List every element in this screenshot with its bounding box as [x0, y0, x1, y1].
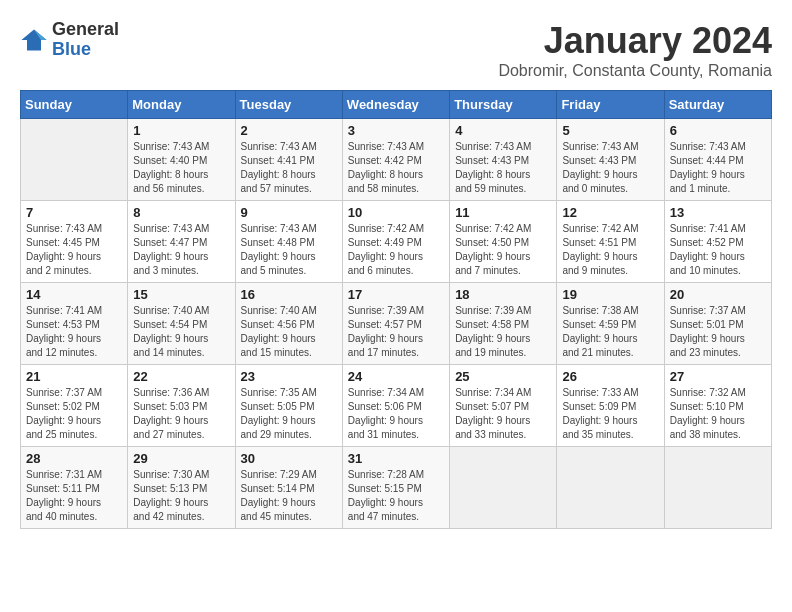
- day-number: 16: [241, 287, 337, 302]
- day-number: 18: [455, 287, 551, 302]
- th-monday: Monday: [128, 91, 235, 119]
- logo-blue-text: Blue: [52, 40, 119, 60]
- calendar-cell: [557, 447, 664, 529]
- day-number: 14: [26, 287, 122, 302]
- calendar-cell: 28Sunrise: 7:31 AMSunset: 5:11 PMDayligh…: [21, 447, 128, 529]
- day-number: 22: [133, 369, 229, 384]
- calendar-cell: 23Sunrise: 7:35 AMSunset: 5:05 PMDayligh…: [235, 365, 342, 447]
- day-info: Sunrise: 7:42 AMSunset: 4:51 PMDaylight:…: [562, 222, 658, 278]
- day-number: 31: [348, 451, 444, 466]
- logo-text: General Blue: [52, 20, 119, 60]
- header-row: Sunday Monday Tuesday Wednesday Thursday…: [21, 91, 772, 119]
- day-info: Sunrise: 7:36 AMSunset: 5:03 PMDaylight:…: [133, 386, 229, 442]
- day-number: 5: [562, 123, 658, 138]
- calendar-header: Sunday Monday Tuesday Wednesday Thursday…: [21, 91, 772, 119]
- day-number: 23: [241, 369, 337, 384]
- calendar-cell: 14Sunrise: 7:41 AMSunset: 4:53 PMDayligh…: [21, 283, 128, 365]
- day-number: 29: [133, 451, 229, 466]
- th-saturday: Saturday: [664, 91, 771, 119]
- calendar-cell: 4Sunrise: 7:43 AMSunset: 4:43 PMDaylight…: [450, 119, 557, 201]
- day-info: Sunrise: 7:43 AMSunset: 4:44 PMDaylight:…: [670, 140, 766, 196]
- calendar-cell: 7Sunrise: 7:43 AMSunset: 4:45 PMDaylight…: [21, 201, 128, 283]
- day-info: Sunrise: 7:43 AMSunset: 4:43 PMDaylight:…: [455, 140, 551, 196]
- th-thursday: Thursday: [450, 91, 557, 119]
- th-friday: Friday: [557, 91, 664, 119]
- day-info: Sunrise: 7:42 AMSunset: 4:49 PMDaylight:…: [348, 222, 444, 278]
- day-info: Sunrise: 7:31 AMSunset: 5:11 PMDaylight:…: [26, 468, 122, 524]
- calendar-cell: 18Sunrise: 7:39 AMSunset: 4:58 PMDayligh…: [450, 283, 557, 365]
- th-sunday: Sunday: [21, 91, 128, 119]
- day-info: Sunrise: 7:32 AMSunset: 5:10 PMDaylight:…: [670, 386, 766, 442]
- calendar-table: Sunday Monday Tuesday Wednesday Thursday…: [20, 90, 772, 529]
- day-info: Sunrise: 7:35 AMSunset: 5:05 PMDaylight:…: [241, 386, 337, 442]
- day-info: Sunrise: 7:33 AMSunset: 5:09 PMDaylight:…: [562, 386, 658, 442]
- calendar-cell: 22Sunrise: 7:36 AMSunset: 5:03 PMDayligh…: [128, 365, 235, 447]
- location-subtitle: Dobromir, Constanta County, Romania: [498, 62, 772, 80]
- calendar-cell: 3Sunrise: 7:43 AMSunset: 4:42 PMDaylight…: [342, 119, 449, 201]
- calendar-cell: [450, 447, 557, 529]
- day-info: Sunrise: 7:43 AMSunset: 4:40 PMDaylight:…: [133, 140, 229, 196]
- day-info: Sunrise: 7:41 AMSunset: 4:52 PMDaylight:…: [670, 222, 766, 278]
- day-info: Sunrise: 7:28 AMSunset: 5:15 PMDaylight:…: [348, 468, 444, 524]
- day-number: 27: [670, 369, 766, 384]
- calendar-cell: 8Sunrise: 7:43 AMSunset: 4:47 PMDaylight…: [128, 201, 235, 283]
- day-info: Sunrise: 7:37 AMSunset: 5:02 PMDaylight:…: [26, 386, 122, 442]
- day-info: Sunrise: 7:37 AMSunset: 5:01 PMDaylight:…: [670, 304, 766, 360]
- calendar-cell: 20Sunrise: 7:37 AMSunset: 5:01 PMDayligh…: [664, 283, 771, 365]
- calendar-cell: 5Sunrise: 7:43 AMSunset: 4:43 PMDaylight…: [557, 119, 664, 201]
- title-block: January 2024 Dobromir, Constanta County,…: [498, 20, 772, 80]
- day-info: Sunrise: 7:43 AMSunset: 4:41 PMDaylight:…: [241, 140, 337, 196]
- day-number: 15: [133, 287, 229, 302]
- calendar-cell: 2Sunrise: 7:43 AMSunset: 4:41 PMDaylight…: [235, 119, 342, 201]
- calendar-cell: 21Sunrise: 7:37 AMSunset: 5:02 PMDayligh…: [21, 365, 128, 447]
- day-number: 3: [348, 123, 444, 138]
- calendar-cell: 19Sunrise: 7:38 AMSunset: 4:59 PMDayligh…: [557, 283, 664, 365]
- day-number: 26: [562, 369, 658, 384]
- day-number: 24: [348, 369, 444, 384]
- week-row-2: 7Sunrise: 7:43 AMSunset: 4:45 PMDaylight…: [21, 201, 772, 283]
- logo: General Blue: [20, 20, 119, 60]
- day-number: 20: [670, 287, 766, 302]
- calendar-cell: 31Sunrise: 7:28 AMSunset: 5:15 PMDayligh…: [342, 447, 449, 529]
- calendar-cell: 1Sunrise: 7:43 AMSunset: 4:40 PMDaylight…: [128, 119, 235, 201]
- day-number: 21: [26, 369, 122, 384]
- day-info: Sunrise: 7:30 AMSunset: 5:13 PMDaylight:…: [133, 468, 229, 524]
- month-title: January 2024: [498, 20, 772, 62]
- calendar-cell: 24Sunrise: 7:34 AMSunset: 5:06 PMDayligh…: [342, 365, 449, 447]
- logo-general-text: General: [52, 20, 119, 40]
- day-info: Sunrise: 7:41 AMSunset: 4:53 PMDaylight:…: [26, 304, 122, 360]
- day-number: 6: [670, 123, 766, 138]
- calendar-cell: 27Sunrise: 7:32 AMSunset: 5:10 PMDayligh…: [664, 365, 771, 447]
- calendar-cell: 16Sunrise: 7:40 AMSunset: 4:56 PMDayligh…: [235, 283, 342, 365]
- day-info: Sunrise: 7:40 AMSunset: 4:56 PMDaylight:…: [241, 304, 337, 360]
- day-number: 7: [26, 205, 122, 220]
- day-number: 30: [241, 451, 337, 466]
- day-info: Sunrise: 7:39 AMSunset: 4:57 PMDaylight:…: [348, 304, 444, 360]
- calendar-cell: 11Sunrise: 7:42 AMSunset: 4:50 PMDayligh…: [450, 201, 557, 283]
- day-number: 2: [241, 123, 337, 138]
- day-info: Sunrise: 7:40 AMSunset: 4:54 PMDaylight:…: [133, 304, 229, 360]
- day-info: Sunrise: 7:34 AMSunset: 5:06 PMDaylight:…: [348, 386, 444, 442]
- day-info: Sunrise: 7:43 AMSunset: 4:45 PMDaylight:…: [26, 222, 122, 278]
- week-row-5: 28Sunrise: 7:31 AMSunset: 5:11 PMDayligh…: [21, 447, 772, 529]
- day-number: 19: [562, 287, 658, 302]
- day-number: 8: [133, 205, 229, 220]
- day-info: Sunrise: 7:38 AMSunset: 4:59 PMDaylight:…: [562, 304, 658, 360]
- calendar-cell: 26Sunrise: 7:33 AMSunset: 5:09 PMDayligh…: [557, 365, 664, 447]
- day-info: Sunrise: 7:34 AMSunset: 5:07 PMDaylight:…: [455, 386, 551, 442]
- calendar-cell: 12Sunrise: 7:42 AMSunset: 4:51 PMDayligh…: [557, 201, 664, 283]
- day-number: 11: [455, 205, 551, 220]
- th-tuesday: Tuesday: [235, 91, 342, 119]
- day-number: 13: [670, 205, 766, 220]
- day-info: Sunrise: 7:43 AMSunset: 4:42 PMDaylight:…: [348, 140, 444, 196]
- calendar-cell: 9Sunrise: 7:43 AMSunset: 4:48 PMDaylight…: [235, 201, 342, 283]
- day-info: Sunrise: 7:29 AMSunset: 5:14 PMDaylight:…: [241, 468, 337, 524]
- calendar-cell: 30Sunrise: 7:29 AMSunset: 5:14 PMDayligh…: [235, 447, 342, 529]
- calendar-cell: 6Sunrise: 7:43 AMSunset: 4:44 PMDaylight…: [664, 119, 771, 201]
- calendar-body: 1Sunrise: 7:43 AMSunset: 4:40 PMDaylight…: [21, 119, 772, 529]
- calendar-cell: 15Sunrise: 7:40 AMSunset: 4:54 PMDayligh…: [128, 283, 235, 365]
- day-number: 17: [348, 287, 444, 302]
- week-row-3: 14Sunrise: 7:41 AMSunset: 4:53 PMDayligh…: [21, 283, 772, 365]
- calendar-cell: [21, 119, 128, 201]
- day-info: Sunrise: 7:43 AMSunset: 4:43 PMDaylight:…: [562, 140, 658, 196]
